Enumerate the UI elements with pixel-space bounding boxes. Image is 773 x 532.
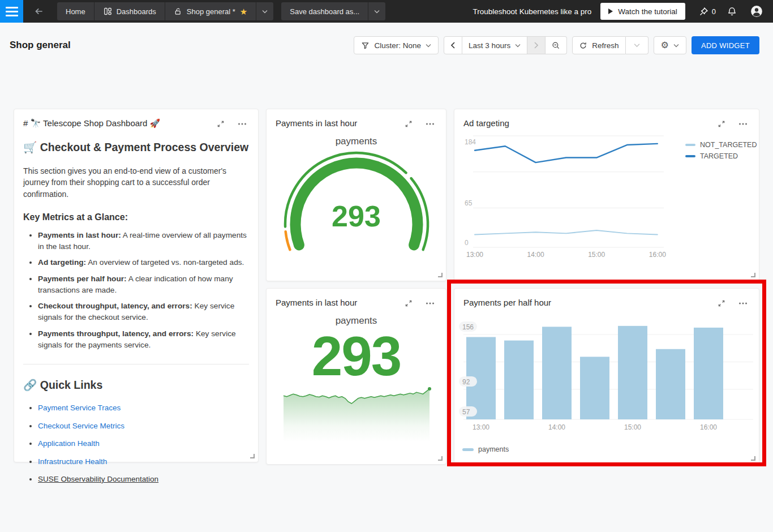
widget-resize-handle[interactable]	[250, 454, 255, 458]
big-number-value: 293	[267, 329, 446, 383]
widget-expand-button[interactable]	[215, 118, 226, 130]
time-forward-button[interactable]	[527, 36, 546, 54]
ellipsis-icon	[426, 123, 435, 125]
legend-item[interactable]: TARGETED	[685, 152, 757, 160]
dashboard-tabs: Home Dashboards Shop general * ★	[57, 2, 273, 20]
list-item: Payments throughput, latency, and errors…	[38, 328, 249, 351]
favorite-star-icon[interactable]: ★	[240, 7, 247, 16]
widget-expand-button[interactable]	[403, 118, 414, 130]
widget-resize-handle[interactable]	[438, 456, 443, 461]
widget-resize-handle[interactable]	[751, 456, 755, 461]
chevron-down-icon	[515, 44, 521, 48]
zoom-out-icon	[552, 41, 560, 50]
widget-expand-button[interactable]	[716, 118, 727, 130]
cluster-filter-button[interactable]: Cluster: None	[354, 36, 439, 54]
dashboard-settings-button[interactable]: ⚙	[654, 36, 686, 54]
svg-text:16:00: 16:00	[649, 251, 666, 259]
link-infrastructure-health[interactable]: Infrastructure Health	[38, 457, 107, 466]
widget-title: Payments in last hour	[276, 118, 357, 128]
page-header: Shop general Cluster: None Last 3 hours	[0, 23, 773, 59]
nav-home-button[interactable]: Home	[57, 2, 94, 20]
svg-text:15:00: 15:00	[588, 251, 605, 259]
widget-menu-button[interactable]	[237, 122, 248, 126]
widget-menu-button[interactable]	[424, 301, 436, 306]
metrics-heading: Key Metrics at a Glance:	[23, 212, 249, 222]
svg-text:156: 156	[462, 323, 474, 331]
sparkline-chart	[282, 385, 432, 444]
svg-text:15:00: 15:00	[624, 423, 641, 431]
hamburger-menu-button[interactable]	[0, 0, 23, 23]
time-zoom-out-button[interactable]	[546, 36, 567, 54]
link-payment-service-traces[interactable]: Payment Service Traces	[38, 404, 121, 412]
markdown-content: 🛒 Checkout & Payment Process Overview Th…	[14, 141, 258, 486]
widget-ad-targeting: Ad targeting 18465013:0014:0	[454, 109, 759, 281]
legend-item[interactable]: NOT_TARGETED	[685, 141, 757, 149]
dashboard-tab-dropdown-button[interactable]	[256, 2, 273, 20]
widget-title: # 🔭 Telescope Shop Dashboard 🚀	[23, 118, 160, 128]
time-range-label: Last 3 hours	[469, 41, 510, 50]
time-back-button[interactable]	[444, 36, 462, 54]
chevron-down-icon	[374, 10, 380, 14]
widget-expand-button[interactable]	[716, 298, 727, 309]
widget-menu-button[interactable]	[424, 122, 436, 126]
save-dashboard-as-label: Save dashboard as...	[290, 7, 359, 16]
refresh-dropdown-button[interactable]	[626, 36, 649, 54]
refresh-label: Refresh	[592, 41, 619, 50]
save-dashboard-dropdown-button[interactable]	[368, 2, 385, 20]
legend-item[interactable]: payments	[462, 445, 509, 453]
widget-resize-handle[interactable]	[438, 273, 443, 277]
legend-swatch	[685, 155, 695, 158]
expand-icon	[404, 299, 413, 308]
unlock-icon	[174, 7, 182, 16]
link-suse-observability-docs[interactable]: SUSE Observability Documentation	[38, 475, 158, 483]
nav-current-dashboard-tab[interactable]: Shop general * ★	[165, 2, 256, 20]
add-widget-button[interactable]: ADD WIDGET	[692, 36, 759, 54]
refresh-control: Refresh	[572, 36, 648, 54]
metrics-list: Payments in last hour: A real-time overv…	[23, 230, 249, 351]
refresh-icon	[579, 41, 587, 50]
widget-header: Payments in last hour	[267, 289, 446, 307]
widget-expand-button[interactable]	[403, 298, 414, 309]
expand-icon	[216, 119, 225, 128]
widget-menu-button[interactable]	[737, 122, 749, 126]
save-dashboard-as-button[interactable]: Save dashboard as...	[281, 2, 368, 20]
svg-text:65: 65	[465, 199, 473, 207]
markdown-intro: This section gives you an end-to-end vie…	[23, 165, 249, 200]
legend-label: payments	[478, 445, 509, 453]
svg-text:13:00: 13:00	[466, 251, 483, 259]
widget-header: Ad targeting	[454, 109, 759, 128]
filter-funnel-icon	[361, 41, 370, 50]
bell-icon	[727, 7, 737, 16]
svg-text:16:00: 16:00	[700, 423, 717, 431]
gauge-chart: 293	[277, 151, 436, 266]
back-button[interactable]	[28, 0, 49, 23]
hamburger-icon	[6, 7, 18, 8]
time-range-button[interactable]: Last 3 hours	[462, 36, 527, 54]
header-toolbar: Cluster: None Last 3 hours	[354, 36, 759, 54]
widget-payments-number: Payments in last hour paymen	[266, 288, 446, 465]
nav-dashboards-button[interactable]: Dashboards	[95, 2, 165, 20]
chevron-down-icon	[426, 44, 431, 48]
metric-label: payments	[267, 136, 446, 147]
user-avatar-button[interactable]	[745, 0, 768, 23]
notifications-button[interactable]	[722, 0, 742, 23]
widget-header: Payments in last hour	[267, 109, 446, 128]
nav-dashboards-label: Dashboards	[117, 7, 156, 16]
list-item: Ad targeting: An overview of targeted vs…	[38, 257, 249, 268]
widget-menu-button[interactable]	[737, 301, 749, 306]
link-checkout-service-metrics[interactable]: Checkout Service Metrics	[38, 422, 124, 430]
widget-resize-handle[interactable]	[751, 273, 755, 277]
watch-tutorial-label: Watch the tutorial	[618, 7, 677, 16]
pinned-items-button[interactable]: 0	[693, 0, 722, 23]
chevron-down-icon	[634, 43, 640, 48]
watch-tutorial-button[interactable]: Watch the tutorial	[600, 3, 685, 20]
promo-text: Troubleshoot Kubernetes like a pro	[473, 7, 592, 16]
refresh-button[interactable]: Refresh	[572, 36, 625, 54]
time-range-control: Last 3 hours	[444, 36, 567, 54]
list-item: Payments in last hour: A real-time overv…	[38, 230, 249, 253]
quick-links-heading: 🔗 Quick Links	[23, 379, 249, 392]
chevron-left-icon	[450, 42, 456, 49]
pin-count-badge: 0	[712, 7, 716, 16]
top-navbar: Home Dashboards Shop general * ★	[0, 0, 773, 23]
link-application-health[interactable]: Application Health	[38, 439, 100, 448]
